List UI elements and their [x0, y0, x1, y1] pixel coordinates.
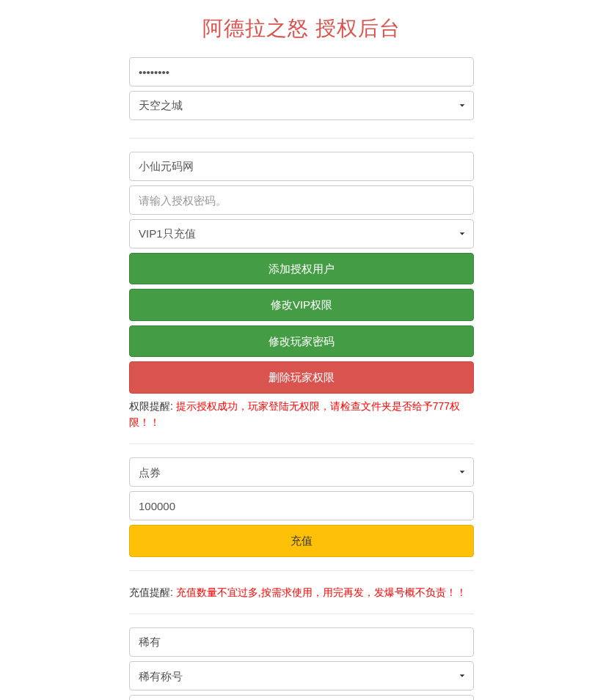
modify-player-password-button[interactable]: 修改玩家密码: [129, 325, 474, 357]
recharge-notice-text: 充值数量不宜过多,按需求使用，用完再发，发爆号概不负责！！: [176, 586, 467, 598]
title-select[interactable]: 稀有称号: [129, 661, 474, 690]
recharge-notice: 充值提醒: 充值数量不宜过多,按需求使用，用完再发，发爆号概不负责！！: [129, 584, 474, 600]
permission-notice: 权限提醒: 提示授权成功，玩家登陆无权限，请检查文件夹是否给予777权限！！: [129, 398, 474, 431]
login-section: 天空之城: [129, 57, 474, 139]
server-select[interactable]: 天空之城: [129, 91, 474, 120]
permission-notice-text: 提示授权成功，玩家登陆无权限，请检查文件夹是否给予777权限！！: [129, 400, 460, 428]
recharge-button[interactable]: 充值: [129, 525, 474, 556]
username-input[interactable]: [129, 152, 474, 181]
page-title: 阿德拉之怒 授权后台: [129, 15, 474, 43]
rarity-input[interactable]: [129, 627, 474, 657]
main-container: 阿德拉之怒 授权后台 天空之城 VIP1只充值 添加授权用户 修改VIP权限 修…: [129, 15, 474, 700]
modify-vip-button[interactable]: 修改VIP权限: [129, 289, 474, 320]
vip-level-select[interactable]: VIP1只充值: [129, 219, 474, 248]
add-auth-user-button[interactable]: 添加授权用户: [129, 253, 474, 284]
auth-password-input[interactable]: [129, 185, 474, 215]
delete-player-permission-button[interactable]: 删除玩家权限: [129, 361, 474, 393]
recharge-notice-label: 充值提醒:: [129, 586, 176, 598]
permission-notice-label: 权限提醒:: [129, 400, 176, 412]
mail-section: 稀有称号 发送邮件物品: [129, 627, 474, 700]
auth-section: VIP1只充值 添加授权用户 修改VIP权限 修改玩家密码 删除玩家权限 权限提…: [129, 152, 474, 444]
recharge-section: 点券 充值: [129, 457, 474, 570]
recharge-amount-input[interactable]: [129, 491, 474, 520]
quantity-input[interactable]: [129, 695, 474, 700]
admin-password-input[interactable]: [129, 57, 474, 86]
recharge-notice-section: 充值提醒: 充值数量不宜过多,按需求使用，用完再发，发爆号概不负责！！: [129, 584, 474, 614]
currency-type-select[interactable]: 点券: [129, 457, 474, 487]
